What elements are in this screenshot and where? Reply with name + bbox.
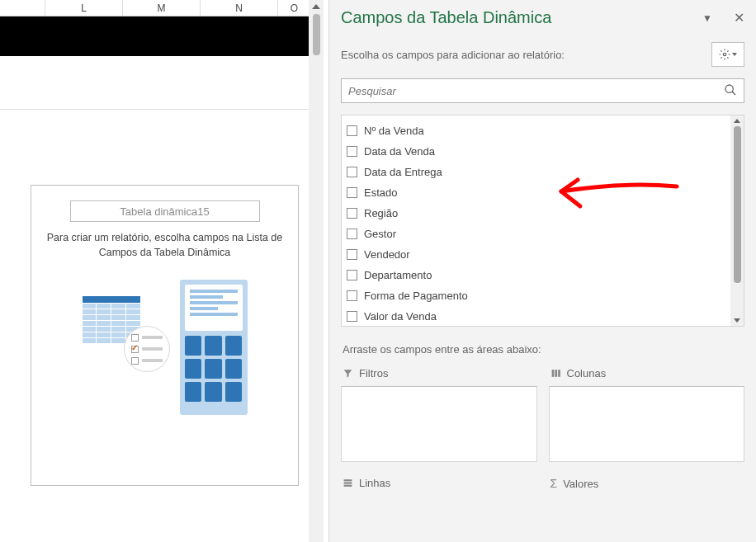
area-filters[interactable]: Filtros: [341, 364, 537, 462]
scroll-up-arrow-icon[interactable]: [734, 119, 740, 123]
column-headers-row: L M N O: [0, 0, 314, 16]
field-label: Departamento: [364, 269, 432, 281]
col-header-N[interactable]: N: [201, 0, 278, 16]
pivot-name-box: Tabela dinâmica15: [70, 200, 260, 222]
svg-rect-5: [558, 370, 560, 377]
area-rows[interactable]: Linhas: [341, 474, 537, 497]
worksheet-vertical-scrollbar[interactable]: [309, 0, 324, 542]
area-header-label: Linhas: [359, 477, 390, 489]
field-label: Estado: [364, 186, 397, 199]
selected-row-black: [0, 16, 314, 56]
svg-rect-4: [555, 370, 557, 377]
field-item[interactable]: Região: [347, 203, 744, 224]
field-label: Forma de Pagamento: [364, 290, 468, 302]
pivot-instruction-text: Para criar um relatório, escolha campos …: [43, 230, 286, 260]
pane-subtitle: Escolha os campos para adicionar ao rela…: [341, 49, 565, 61]
pivot-illustration: [83, 280, 248, 416]
scroll-thumb[interactable]: [313, 14, 320, 55]
field-label: Data da Entrega: [364, 166, 442, 178]
area-columns[interactable]: Colunas: [549, 364, 745, 462]
chevron-down-icon: [732, 53, 737, 56]
field-item[interactable]: Valor da Venda: [347, 306, 744, 327]
field-item[interactable]: Data da Entrega: [347, 162, 744, 182]
area-drop-well[interactable]: [549, 386, 745, 462]
field-label: Vendedor: [364, 248, 410, 261]
checkbox-icon[interactable]: [347, 311, 357, 322]
col-header-L[interactable]: L: [45, 0, 123, 16]
checkbox-icon[interactable]: [347, 229, 357, 239]
svg-rect-6: [344, 479, 352, 481]
checkbox-icon[interactable]: [347, 290, 357, 301]
scroll-thumb[interactable]: [734, 126, 741, 283]
search-icon[interactable]: [717, 83, 744, 99]
field-item[interactable]: Estado: [347, 182, 744, 203]
area-header-label: Colunas: [567, 367, 607, 379]
field-item[interactable]: Data da Venda: [347, 141, 744, 162]
pane-options-dropdown[interactable]: ▼: [702, 12, 712, 24]
field-item[interactable]: Gestor: [347, 224, 744, 244]
field-item[interactable]: Nº da Venda: [347, 120, 744, 141]
pane-title: Campos da Tabela Dinâmica: [341, 8, 551, 27]
search-input[interactable]: [342, 85, 717, 97]
col-header-O[interactable]: O: [278, 0, 311, 16]
field-item[interactable]: Forma de Pagamento: [347, 285, 744, 306]
worksheet-area: L M N O Tabela dinâmica15 Para criar um …: [0, 0, 314, 542]
field-item[interactable]: Departamento: [347, 265, 744, 285]
field-label: Data da Venda: [364, 145, 435, 158]
scroll-down-arrow-icon[interactable]: [734, 318, 740, 323]
svg-point-0: [723, 53, 726, 56]
pivot-placeholder-card[interactable]: Tabela dinâmica15 Para criar um relatóri…: [31, 185, 299, 486]
area-drop-well[interactable]: [341, 386, 537, 462]
pane-subtitle-row: Escolha os campos para adicionar ao rela…: [341, 42, 744, 67]
columns-icon: [550, 368, 561, 379]
svg-rect-3: [551, 370, 554, 377]
field-item[interactable]: Vendedor: [347, 244, 744, 265]
field-label: Nº da Venda: [364, 125, 424, 137]
fields-scrollbar[interactable]: [730, 115, 744, 326]
areas-grid: Filtros Colunas Linhas Σ Valores: [341, 364, 744, 497]
filter-icon: [343, 368, 353, 379]
area-header-label: Filtros: [359, 367, 388, 379]
checkbox-icon[interactable]: [347, 125, 357, 136]
svg-line-2: [732, 92, 735, 95]
field-list-layout-button[interactable]: [711, 42, 744, 67]
area-header-label: Valores: [563, 478, 598, 490]
grid-spacer: [0, 56, 314, 110]
field-label: Valor da Venda: [364, 310, 437, 323]
field-label: Gestor: [364, 228, 396, 240]
pivot-fields-pane: Campos da Tabela Dinâmica ▼ ✕ Escolha os…: [328, 0, 756, 542]
search-field-row: [341, 78, 744, 103]
checkbox-icon[interactable]: [347, 249, 357, 260]
gear-icon: [719, 49, 730, 60]
svg-rect-8: [344, 485, 352, 487]
fields-list: Nº da Venda Data da Venda Data da Entreg…: [341, 115, 744, 327]
svg-rect-7: [344, 482, 352, 483]
pane-close-button[interactable]: ✕: [734, 10, 744, 26]
checkbox-icon[interactable]: [347, 146, 357, 157]
area-values[interactable]: Σ Valores: [549, 474, 745, 497]
svg-point-1: [725, 85, 733, 92]
checkbox-icon[interactable]: [347, 187, 357, 198]
col-header-M[interactable]: M: [123, 0, 201, 16]
areas-instruction: Arraste os campos entre as áreas abaixo:: [343, 343, 744, 356]
rows-icon: [343, 478, 353, 488]
field-label: Região: [364, 207, 398, 219]
checkbox-icon[interactable]: [347, 208, 357, 219]
sigma-icon: Σ: [550, 477, 558, 490]
checkbox-icon[interactable]: [347, 270, 357, 280]
scroll-up-arrow-icon[interactable]: [312, 4, 320, 9]
checkbox-icon[interactable]: [347, 167, 357, 177]
pane-header: Campos da Tabela Dinâmica ▼ ✕: [341, 8, 744, 27]
